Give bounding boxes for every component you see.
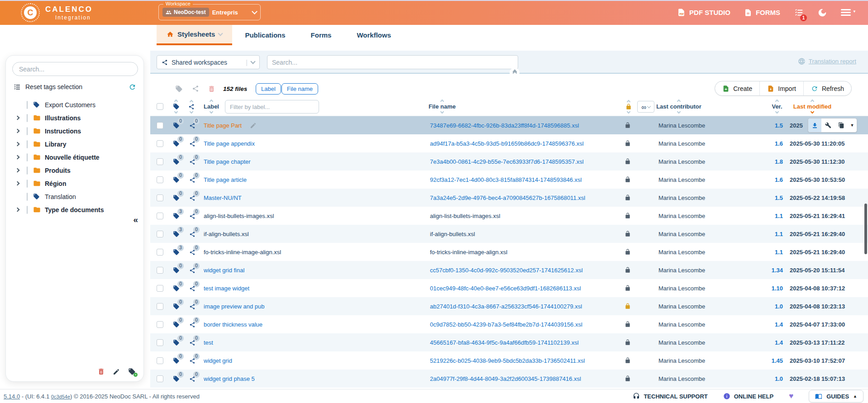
table-row[interactable]: 0 0 widget grid 5219226c-b025-4038-9eb9-… xyxy=(150,351,868,370)
row-checkbox[interactable] xyxy=(157,213,163,219)
row-version[interactable]: 1.0 xyxy=(775,375,783,382)
version-scope-select[interactable]: ∞ xyxy=(637,101,654,113)
tag-checkbox[interactable] xyxy=(27,193,28,201)
heart-icon[interactable]: ♥ xyxy=(789,392,793,401)
row-file-name[interactable]: fo-tricks-inline-image-align.xsl xyxy=(430,249,507,256)
workspace-selector[interactable]: Workspace NeoDoc-test Entrepris xyxy=(158,4,261,20)
row-share-button[interactable]: 0 xyxy=(189,321,196,328)
sort-by-contributor[interactable]: Last contributor xyxy=(653,97,705,116)
tab-publications[interactable]: Publications xyxy=(232,25,298,45)
sort-by-tags[interactable] xyxy=(170,97,182,116)
row-share-button[interactable]: 0 xyxy=(189,122,196,129)
tag-tree-item[interactable]: Library xyxy=(6,137,143,151)
bulk-tag-button[interactable] xyxy=(175,81,183,97)
row-version[interactable]: 1.0 xyxy=(775,303,783,310)
row-version[interactable]: 1.5 xyxy=(775,194,783,201)
tag-checkbox[interactable] xyxy=(27,153,28,161)
tag-checkbox[interactable] xyxy=(27,140,28,148)
row-share-button[interactable]: 0 xyxy=(189,248,196,256)
row-version[interactable]: 1.4 xyxy=(775,339,783,346)
row-version[interactable]: 1.6 xyxy=(775,176,783,183)
sort-by-lock[interactable] xyxy=(622,97,635,116)
expand-chevron-icon[interactable] xyxy=(15,168,20,173)
row-checkbox[interactable] xyxy=(157,285,163,292)
tag-checkbox[interactable] xyxy=(27,127,28,135)
row-checkbox[interactable] xyxy=(157,158,163,165)
row-checkbox[interactable] xyxy=(157,321,163,328)
refresh-button[interactable]: Refresh xyxy=(803,81,851,95)
import-button[interactable]: Import xyxy=(759,81,803,95)
row-file-name[interactable]: ad94f17a-b5a3-4c5b-93d5-b91659b86dc9-174… xyxy=(430,140,584,147)
row-file-name[interactable]: 5219226c-b025-4038-9eb9-5bdc5b2da33b-173… xyxy=(430,357,585,364)
row-label[interactable]: image preview and pub xyxy=(204,303,264,310)
expand-chevron-icon[interactable] xyxy=(15,181,20,186)
table-row[interactable]: 3 0 if-align-bullets.xsl if-align-bullet… xyxy=(150,225,868,243)
main-menu-button[interactable]: ▼ xyxy=(841,8,856,17)
table-row[interactable]: 0 0 image preview and pub ab27401d-f310-… xyxy=(150,297,868,315)
row-checkbox[interactable] xyxy=(157,375,163,382)
row-version[interactable]: 1.4 xyxy=(775,321,783,328)
row-file-name[interactable]: align-list-bullets-images.xsl xyxy=(430,213,500,219)
row-share-button[interactable]: 0 xyxy=(189,176,196,183)
row-tags-button[interactable]: 0 xyxy=(173,140,180,147)
row-share-button[interactable]: 0 xyxy=(189,339,196,346)
row-share-button[interactable]: 0 xyxy=(189,230,196,237)
tag-checkbox[interactable] xyxy=(27,101,28,109)
manage-tags-button[interactable]: + xyxy=(128,367,136,375)
app-version-link[interactable]: 5.14.0 xyxy=(4,393,20,400)
row-tags-button[interactable]: 0 xyxy=(173,339,180,346)
reset-tags-label[interactable]: Reset tags selection xyxy=(25,83,82,90)
row-label[interactable]: Master-NU/NT xyxy=(204,194,242,201)
copy-button[interactable] xyxy=(835,118,848,133)
row-file-name[interactable]: ab27401d-f310-4c3a-8667-a256323cf546-174… xyxy=(430,303,582,310)
row-share-button[interactable]: 0 xyxy=(189,266,196,274)
row-checkbox[interactable] xyxy=(157,267,163,274)
sort-by-file-name[interactable]: File name xyxy=(422,97,463,116)
refresh-tags-button[interactable] xyxy=(129,83,136,91)
row-tags-button[interactable]: 0 xyxy=(173,321,180,328)
row-file-name[interactable]: 7e3a4b00-0861-4c29-b55e-7ec63933f7d6-174… xyxy=(430,158,584,165)
row-label[interactable]: Title page appendix xyxy=(204,140,255,147)
table-row[interactable]: 3 0 fo-tricks-inline-image-align.xsl fo-… xyxy=(150,243,868,261)
tag-tree-item[interactable]: Nouvelle étiquette xyxy=(6,151,143,164)
guides-button[interactable]: GUIDES ▲ xyxy=(809,390,863,403)
tag-tree-item[interactable]: Illustrations xyxy=(6,111,143,124)
row-share-button[interactable]: 0 xyxy=(189,284,196,292)
vertical-scrollbar[interactable] xyxy=(864,204,867,254)
row-tags-button[interactable]: 3 xyxy=(173,230,180,237)
table-row[interactable]: 0 0 test 45665167-bfa8-4634-9f5c-9a4af66… xyxy=(150,333,868,351)
row-checkbox[interactable] xyxy=(157,339,163,346)
edit-tag-button[interactable] xyxy=(113,367,120,375)
sort-by-version[interactable]: Ver. xyxy=(766,97,788,116)
table-row[interactable]: 0 0 widget grid phase 5 2a04977f-29f8-4d… xyxy=(150,370,868,388)
table-row[interactable]: 0 0 Title page Part 73487e69-6682-4fbc-9… xyxy=(150,116,868,134)
row-file-name[interactable]: if-align-bullets.xsl xyxy=(430,231,475,237)
row-checkbox[interactable] xyxy=(157,249,163,256)
row-file-name[interactable]: 01cec949-48fc-40e0-8ee7-e56ce63d9df1-168… xyxy=(430,285,581,292)
tab-forms[interactable]: Forms xyxy=(298,25,344,45)
row-file-name[interactable]: 2a04977f-29f8-4d44-8049-3a2f2d600345-173… xyxy=(430,375,581,382)
tag-checkbox[interactable] xyxy=(27,166,28,175)
row-tags-button[interactable]: 0 xyxy=(173,194,180,201)
bulk-delete-button[interactable] xyxy=(208,81,215,97)
row-tags-button[interactable]: 3 xyxy=(173,248,180,256)
dark-mode-moon-icon[interactable] xyxy=(817,8,827,18)
row-checkbox[interactable] xyxy=(157,357,163,364)
row-file-name[interactable]: 7a3a24e5-2d9e-4976-bec4-a7090845627b-167… xyxy=(430,194,585,201)
tag-checkbox[interactable] xyxy=(27,114,28,122)
row-tags-button[interactable]: 0 xyxy=(173,303,180,310)
row-label[interactable]: test xyxy=(204,339,213,346)
row-share-button[interactable]: 0 xyxy=(189,303,196,310)
files-search-input[interactable] xyxy=(267,55,518,69)
tag-checkbox[interactable] xyxy=(27,180,28,188)
create-button[interactable]: Create xyxy=(715,81,759,95)
row-label[interactable]: widget grid xyxy=(204,357,232,364)
row-tags-button[interactable]: 0 xyxy=(173,266,180,274)
row-label[interactable]: widget grid final xyxy=(204,267,244,274)
tag-tree-item[interactable]: Type de documents xyxy=(6,203,143,216)
label-filter-chip[interactable]: Label xyxy=(256,83,281,95)
table-row[interactable]: 3 0 align-list-bullets-images.xsl align-… xyxy=(150,207,868,225)
row-label[interactable]: widget grid phase 5 xyxy=(204,375,255,382)
collapse-sidebar-button[interactable]: « xyxy=(133,215,138,225)
technical-support-link[interactable]: TECHNICAL SUPPORT xyxy=(633,393,707,400)
